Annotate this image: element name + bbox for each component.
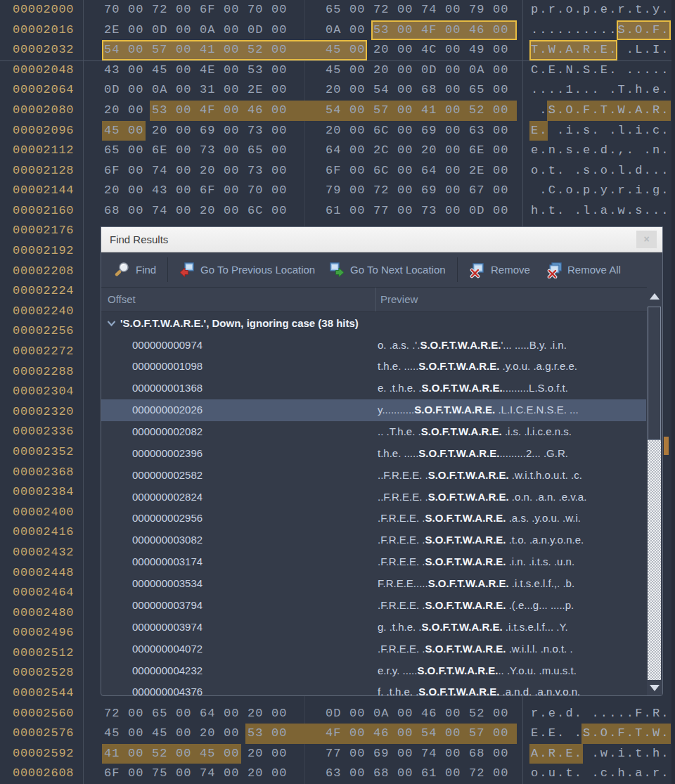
find-result-row[interactable]: 000000002026y...........S.O.F.T.W.A.R.E.… <box>101 399 646 421</box>
dialog-titlebar[interactable]: Find Results × <box>101 227 662 252</box>
find-result-row[interactable]: 000000002824..F.R.E.E. .S.O.F.T.W.A.R.E.… <box>101 487 646 508</box>
hex-bytes-group1[interactable]: 6F 00 75 00 74 00 20 00 <box>104 764 288 784</box>
hex-bytes-group1[interactable]: 20 00 53 00 4F 00 46 00 <box>104 101 288 121</box>
hex-row[interactable]: 0000257645 00 45 00 20 00 53 004F 00 46 … <box>0 724 675 744</box>
ascii-text[interactable]: p.r.o.p.e.r.t.y. <box>531 0 670 20</box>
close-button[interactable]: × <box>636 231 657 248</box>
find-result-row[interactable]: 000000002956.F.R.E.E. .S.O.F.T.W.A.R.E. … <box>101 508 646 529</box>
find-result-row[interactable]: 000000002082.. .T.h.e. .S.O.F.T.W.A.R.E.… <box>101 421 646 443</box>
hex-bytes-group2[interactable]: 64 00 2C 00 20 00 6E 00 <box>326 141 509 161</box>
find-result-row[interactable]: 000000004232e.r.y. .....S.O.F.T.W.A.R.E.… <box>101 660 646 682</box>
hex-row[interactable]: 0000211265 00 6E 00 73 00 65 0064 00 2C … <box>0 141 675 161</box>
ascii-text[interactable]: E.E. .S.O.F.T.W. <box>531 724 670 744</box>
row-offset: 00002448 <box>13 563 74 584</box>
hex-bytes-group2[interactable]: 0D 00 0A 00 46 00 52 00 <box>326 704 509 724</box>
ascii-text[interactable]: A.R.E. .w.i.t.h. <box>531 744 670 764</box>
ascii-text[interactable]: C.E.N.S.E. ..... <box>531 60 670 81</box>
ascii-text[interactable]: e.n.s.e.d.,. .n. <box>531 141 670 161</box>
hex-row[interactable]: 0000208020 00 53 00 4F 00 46 0054 00 57 … <box>0 101 675 121</box>
ascii-text[interactable]: T.W.A.R.E. .L.I. <box>531 40 670 60</box>
hex-row[interactable]: 0000203254 00 57 00 41 00 52 0045 00 20 … <box>0 40 675 60</box>
find-button[interactable]: Find <box>113 252 156 287</box>
find-result-row[interactable]: 000000002582..F.R.E.E. .S.O.F.T.W.A.R.E.… <box>101 465 646 487</box>
hex-bytes-group2[interactable]: 54 00 57 00 41 00 52 00 <box>326 101 509 121</box>
chevron-down-icon[interactable] <box>107 317 116 329</box>
hex-row[interactable]: 0000209645 00 20 00 69 00 73 0020 00 6C … <box>0 121 675 141</box>
hex-bytes-group1[interactable]: 72 00 65 00 64 00 20 00 <box>104 704 288 724</box>
scrollbar-thumb[interactable] <box>648 307 661 440</box>
hex-bytes-group2[interactable]: 20 00 54 00 68 00 65 00 <box>326 80 509 101</box>
find-result-row[interactable]: 000000003174.F.R.E.E. .S.O.F.T.W.A.R.E. … <box>101 551 646 573</box>
hex-row[interactable]: 000020640D 00 0A 00 31 00 2E 0020 00 54 … <box>0 80 675 101</box>
hex-bytes-group2[interactable]: 45 00 20 00 4C 00 49 00 <box>326 40 509 60</box>
hex-row[interactable]: 0000214420 00 43 00 6F 00 70 0079 00 72 … <box>0 181 675 201</box>
hex-row[interactable]: 0000216068 00 74 00 20 00 6C 0061 00 77 … <box>0 201 675 221</box>
hex-row[interactable]: 000021286F 00 74 00 20 00 73 006F 00 6C … <box>0 161 675 181</box>
goto-next-location-button[interactable]: Go To Next Location <box>328 252 446 287</box>
hex-bytes-group2[interactable]: 45 00 20 00 0D 00 0A 00 <box>326 60 509 81</box>
find-result-row[interactable]: 000000004072.F.R.E.E. .S.O.F.T.W.A.R.E. … <box>101 638 646 660</box>
hex-bytes-group2[interactable]: 77 00 69 00 74 00 68 00 <box>326 744 509 764</box>
ascii-text[interactable]: ....1... .T.h.e. <box>531 80 670 101</box>
find-result-row[interactable]: 000000001098t.h.e. .....S.O.F.T.W.A.R.E.… <box>101 356 646 378</box>
scroll-down-button[interactable] <box>647 680 662 695</box>
hex-bytes-group1[interactable]: 68 00 74 00 20 00 6C 00 <box>104 201 288 221</box>
result-preview: F.R.E.E.....S.O.F.T.W.A.R.E. .i.t.s.e.l.… <box>378 573 574 595</box>
hex-bytes-group1[interactable]: 43 00 45 00 4E 00 53 00 <box>104 60 288 81</box>
hex-bytes-group1[interactable]: 65 00 6E 00 73 00 65 00 <box>104 141 288 161</box>
hex-row[interactable]: 0000256072 00 65 00 64 00 20 000D 00 0A … <box>0 704 675 724</box>
row-offset: 00002224 <box>13 281 74 302</box>
find-result-row[interactable]: 000000003974g. .t.h.e. .S.O.F.T.W.A.R.E.… <box>101 617 646 638</box>
hex-bytes-group1[interactable]: 54 00 57 00 41 00 52 00 <box>104 40 288 60</box>
hex-bytes-group1[interactable]: 20 00 43 00 6F 00 70 00 <box>104 181 288 201</box>
find-result-row[interactable]: 000000004376f. .t.h.e. .S.O.F.T.W.A.R.E.… <box>101 681 646 695</box>
ascii-text[interactable]: o.t. .s.o.l.d... <box>531 161 670 181</box>
scroll-up-button[interactable] <box>647 287 662 305</box>
hex-row[interactable]: 0000200070 00 72 00 6F 00 70 0065 00 72 … <box>0 0 675 20</box>
find-result-row[interactable]: 000000001368e. .t.h.e. .S.O.F.T.W.A.R.E.… <box>101 378 646 399</box>
ascii-text[interactable]: ..........S.O.F. <box>531 20 670 41</box>
hex-bytes-group2[interactable]: 0A 00 53 00 4F 00 46 00 <box>326 20 509 41</box>
row-offset: 00002288 <box>13 362 74 383</box>
find-result-row[interactable]: 000000000974o. .a.s. .'.S.O.F.T.W.A.R.E.… <box>101 335 646 356</box>
hex-row[interactable]: 0000204843 00 45 00 4E 00 53 0045 00 20 … <box>0 60 675 81</box>
hex-bytes-group1[interactable]: 45 00 20 00 69 00 73 00 <box>104 121 288 141</box>
goto-previous-location-button[interactable]: Go To Previous Location <box>179 252 315 287</box>
remove-all-button[interactable]: Remove All <box>546 252 621 287</box>
hex-bytes-group2[interactable]: 61 00 77 00 73 00 0D 00 <box>326 201 509 221</box>
row-offset: 00002128 <box>13 161 74 181</box>
results-scrollbar[interactable] <box>647 287 662 695</box>
hex-bytes-group2[interactable]: 65 00 72 00 74 00 79 00 <box>326 0 509 20</box>
hex-bytes-group1[interactable]: 70 00 72 00 6F 00 70 00 <box>104 0 288 20</box>
result-preview: .F.R.E.E. .S.O.F.T.W.A.R.E. .a.s. .y.o.u… <box>378 508 581 529</box>
hex-bytes-group1[interactable]: 2E 00 0D 00 0A 00 0D 00 <box>104 20 288 41</box>
ascii-text[interactable]: .C.o.p.y.r.i.g. <box>531 181 670 201</box>
find-result-row[interactable]: 000000003534F.R.E.E.....S.O.F.T.W.A.R.E.… <box>101 573 646 595</box>
hex-bytes-group1[interactable]: 0D 00 0A 00 31 00 2E 00 <box>104 80 288 101</box>
find-result-row[interactable]: 000000002396t.h.e. .....S.O.F.T.W.A.R.E.… <box>101 443 646 465</box>
hex-bytes-group2[interactable]: 20 00 6C 00 69 00 63 00 <box>326 121 509 141</box>
hex-row[interactable]: 000026086F 00 75 00 74 00 20 0063 00 68 … <box>0 764 675 784</box>
result-group-row[interactable]: 'S.O.F.T.W.A.R.E.', Down, ignoring case … <box>101 312 646 334</box>
hex-bytes-group1[interactable]: 45 00 45 00 20 00 53 00 <box>104 724 288 744</box>
hex-bytes-group1[interactable]: 41 00 52 00 45 00 20 00 <box>104 744 288 764</box>
remove-button[interactable]: Remove <box>469 252 530 287</box>
hex-bytes-group2[interactable]: 4F 00 46 00 54 00 57 00 <box>326 724 509 744</box>
ascii-text[interactable]: o.u.t. .c.h.a.r. <box>531 764 670 784</box>
hex-bytes-group2[interactable]: 79 00 72 00 69 00 67 00 <box>326 181 509 201</box>
ascii-text[interactable]: E. .i.s. .l.i.c. <box>531 121 670 141</box>
close-icon: × <box>643 233 649 245</box>
hex-bytes-group1[interactable]: 6F 00 74 00 20 00 73 00 <box>104 161 288 181</box>
ascii-text[interactable]: h.t. .l.a.w.s... <box>531 201 670 221</box>
hex-row[interactable]: 000020162E 00 0D 00 0A 00 0D 000A 00 53 … <box>0 20 675 41</box>
find-result-row[interactable]: 000000003082.F.R.E.E. .S.O.F.T.W.A.R.E. … <box>101 529 646 551</box>
hex-bytes-group2[interactable]: 63 00 68 00 61 00 72 00 <box>326 764 509 784</box>
hex-bytes-group2[interactable]: 6F 00 6C 00 64 00 2E 00 <box>326 161 509 181</box>
hex-row[interactable]: 0000259241 00 52 00 45 00 20 0077 00 69 … <box>0 744 675 764</box>
ascii-text[interactable]: .S.O.F.T.W.A.R. <box>531 101 670 121</box>
scrollbar-track[interactable] <box>648 440 661 680</box>
ascii-text[interactable]: r.e.d. .....F.R. <box>531 704 670 724</box>
find-result-row[interactable]: 000000003794.F.R.E.E. .S.O.F.T.W.A.R.E. … <box>101 595 646 617</box>
result-preview: .F.R.E.E. .S.O.F.T.W.A.R.E. .(.e...g... … <box>378 595 574 617</box>
remove-label: Remove <box>491 264 530 276</box>
